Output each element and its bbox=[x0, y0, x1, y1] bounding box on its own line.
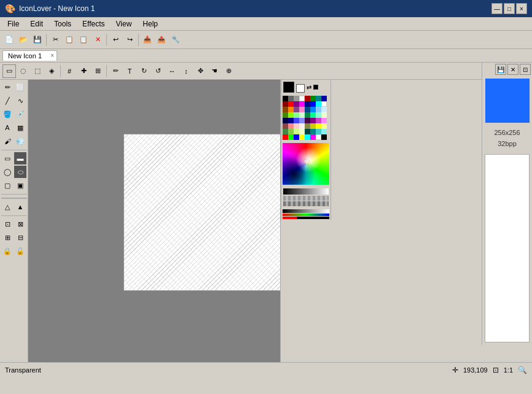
color-c32[interactable] bbox=[294, 107, 299, 112]
tb2-move[interactable]: ✥ bbox=[194, 64, 207, 78]
tool-lock1[interactable]: 🔒 bbox=[1, 245, 14, 257]
color-yellow[interactable] bbox=[299, 134, 305, 140]
tb2-rotate-cw[interactable]: ↻ bbox=[137, 64, 151, 78]
preview-close[interactable]: ✕ bbox=[507, 64, 518, 75]
color-c71[interactable] bbox=[288, 129, 294, 134]
delete-button[interactable]: ✕ bbox=[91, 33, 104, 47]
color-c60[interactable] bbox=[283, 123, 288, 129]
color-c44[interactable] bbox=[305, 112, 310, 118]
maximize-button[interactable]: □ bbox=[504, 3, 515, 14]
tool-ellipse[interactable]: ◯ bbox=[1, 166, 14, 178]
export-button[interactable]: 📤 bbox=[155, 33, 168, 47]
tb2-hand[interactable]: ☚ bbox=[208, 64, 221, 78]
tool-eyedropper[interactable]: 💉 bbox=[14, 108, 26, 120]
paste-button[interactable]: 📋 bbox=[77, 33, 90, 47]
color-c21[interactable] bbox=[288, 101, 294, 107]
fg-color[interactable] bbox=[283, 82, 294, 93]
color-c47[interactable] bbox=[321, 112, 327, 118]
color-c75[interactable] bbox=[310, 129, 316, 134]
preview-expand[interactable]: ⊡ bbox=[520, 64, 531, 75]
color-dgray[interactable] bbox=[288, 96, 294, 101]
tb2-rotate-ccw[interactable]: ↺ bbox=[151, 64, 165, 78]
tb2-grid[interactable]: # bbox=[63, 64, 76, 78]
menu-effects[interactable]: Effects bbox=[77, 18, 109, 29]
tool-line[interactable]: ╱ bbox=[1, 95, 14, 107]
import-button[interactable]: 📥 bbox=[141, 33, 154, 47]
color-c70[interactable] bbox=[283, 129, 288, 134]
color-c57[interactable] bbox=[321, 118, 327, 123]
tb2-flip-v[interactable]: ↕ bbox=[179, 64, 193, 78]
color-c63[interactable] bbox=[299, 123, 305, 129]
document-tab[interactable]: New Icon 1 × bbox=[2, 50, 57, 61]
color-c43[interactable] bbox=[299, 112, 305, 118]
color-c77[interactable] bbox=[321, 129, 327, 134]
color-spectrum[interactable] bbox=[283, 143, 329, 185]
tool-filled-rect[interactable]: ▬ bbox=[14, 152, 26, 164]
swap-colors[interactable]: ⇄ bbox=[307, 84, 311, 91]
copy-button[interactable]: 📋 bbox=[63, 33, 76, 47]
color-line-3[interactable] bbox=[283, 217, 329, 219]
menu-edit[interactable]: Edit bbox=[25, 18, 48, 29]
tool-airbrush[interactable]: 💨 bbox=[14, 135, 26, 147]
color-c27[interactable] bbox=[321, 101, 327, 107]
color-r2[interactable] bbox=[310, 96, 316, 101]
tb2-pencil[interactable]: ✏ bbox=[109, 64, 122, 78]
tool-filled-rounded[interactable]: ▣ bbox=[14, 179, 26, 191]
color-c73[interactable] bbox=[299, 129, 305, 134]
color-cyan[interactable] bbox=[305, 134, 310, 140]
color-c67[interactable] bbox=[321, 123, 327, 129]
tool-transform2[interactable]: ⊟ bbox=[14, 231, 26, 244]
tb2-table[interactable]: ⊞ bbox=[91, 64, 104, 78]
doc-tab-close[interactable]: × bbox=[50, 52, 54, 59]
tool-fill[interactable]: 🪣 bbox=[1, 108, 14, 120]
tool-gradient[interactable]: ▦ bbox=[14, 122, 26, 134]
color-c25[interactable] bbox=[310, 101, 316, 107]
tool-lock2[interactable]: 🔓 bbox=[14, 245, 26, 257]
tool-text[interactable]: A bbox=[1, 122, 14, 134]
color-c62[interactable] bbox=[294, 123, 299, 129]
tb2-select-rect[interactable]: ▭ bbox=[2, 64, 16, 78]
tool-curve[interactable]: ∿ bbox=[14, 95, 26, 107]
color-c66[interactable] bbox=[316, 123, 321, 129]
menu-file[interactable]: File bbox=[2, 18, 24, 29]
tool-crop[interactable]: ⊞ bbox=[1, 231, 14, 244]
color-c34[interactable] bbox=[305, 107, 310, 112]
tb2-zoom[interactable]: ⊕ bbox=[222, 64, 235, 78]
tb2-magic-wand[interactable]: ◈ bbox=[45, 64, 58, 78]
color-c61[interactable] bbox=[288, 123, 294, 129]
tb2-add[interactable]: ✚ bbox=[77, 64, 90, 78]
color-c36[interactable] bbox=[316, 107, 321, 112]
color-c35[interactable] bbox=[310, 107, 316, 112]
tb2-text[interactable]: T bbox=[123, 64, 136, 78]
tool-pencil[interactable]: ✏ bbox=[1, 81, 14, 93]
close-button[interactable]: × bbox=[516, 3, 527, 14]
color-c31[interactable] bbox=[288, 107, 294, 112]
color-c23[interactable] bbox=[299, 101, 305, 107]
save-button[interactable]: 💾 bbox=[31, 33, 44, 47]
color-black[interactable] bbox=[283, 96, 288, 101]
tool-polygon[interactable]: △ bbox=[1, 201, 14, 213]
color-c65[interactable] bbox=[310, 123, 316, 129]
tool-rounded-rect[interactable]: ▢ bbox=[1, 179, 14, 191]
color-c74[interactable] bbox=[305, 129, 310, 134]
tool-select-magic2[interactable]: ⊠ bbox=[14, 218, 26, 230]
color-red[interactable] bbox=[283, 134, 288, 140]
color-c55[interactable] bbox=[310, 118, 316, 123]
color-c50[interactable] bbox=[283, 118, 288, 123]
color-c53[interactable] bbox=[299, 118, 305, 123]
bg-color[interactable] bbox=[296, 84, 305, 93]
color-r3[interactable] bbox=[316, 96, 321, 101]
color-blue[interactable] bbox=[294, 134, 299, 140]
color-c54[interactable] bbox=[305, 118, 310, 123]
color-c41[interactable] bbox=[288, 112, 294, 118]
menu-help[interactable]: Help bbox=[138, 18, 163, 29]
drawing-canvas[interactable] bbox=[123, 134, 280, 291]
tool-filled-polygon[interactable]: ▲ bbox=[14, 201, 26, 213]
pattern-strip2[interactable] bbox=[283, 201, 329, 206]
color-lime[interactable] bbox=[288, 134, 294, 140]
color-c45[interactable] bbox=[310, 112, 316, 118]
color-c64[interactable] bbox=[305, 123, 310, 129]
color-black2[interactable] bbox=[321, 134, 327, 140]
preview-save[interactable]: 💾 bbox=[495, 64, 506, 75]
color-c22[interactable] bbox=[294, 101, 299, 107]
